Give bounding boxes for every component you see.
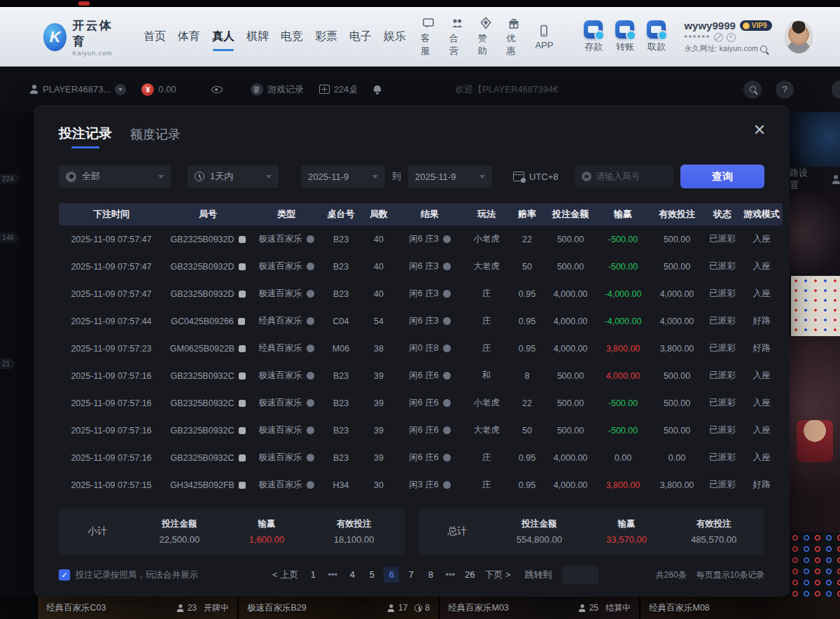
col-header: 输赢 [596, 203, 650, 225]
result-info-icon[interactable] [443, 426, 451, 434]
copy-icon[interactable] [239, 263, 246, 270]
result-info-icon[interactable] [443, 317, 451, 325]
nav-item[interactable]: 电竞 [279, 25, 304, 48]
result-info-icon[interactable] [443, 399, 451, 407]
info-icon[interactable] [307, 481, 314, 489]
page-number[interactable]: 6 [384, 567, 399, 583]
copy-icon[interactable] [239, 291, 246, 298]
result-info-icon[interactable] [443, 372, 451, 380]
info-icon[interactable] [307, 235, 314, 243]
player-menu[interactable]: PLAYER46873... [29, 84, 126, 95]
next-page-button[interactable]: 下页 > [482, 569, 513, 581]
jump-page-input[interactable] [562, 566, 598, 584]
nav-item[interactable]: 真人 [211, 25, 236, 48]
live-table-card[interactable]: 经典百家乐M08 [639, 597, 840, 619]
page-number[interactable]: 4 [344, 567, 360, 583]
page-number[interactable]: ••• [442, 567, 458, 583]
live-table-name: 极速百家乐B29 [247, 602, 307, 614]
bet-record-row[interactable]: 2025-11-09 07:57:16 GB2325B0932C 极速百家乐 B… [59, 389, 783, 417]
query-button[interactable]: 查询 [680, 165, 764, 188]
info-icon[interactable] [307, 290, 314, 298]
eye-slash-icon[interactable] [714, 33, 723, 42]
partners-link[interactable]: 合营 [449, 16, 465, 57]
prev-page-button[interactable]: < 上页 [270, 569, 301, 581]
sponsor-link[interactable]: 赞助 [478, 16, 493, 57]
info-icon[interactable] [307, 345, 314, 352]
result-info-icon[interactable] [443, 454, 451, 461]
info-icon[interactable] [307, 263, 314, 270]
nav-item[interactable]: 娱乐 [382, 25, 407, 48]
modal-tab[interactable]: 投注记录 [59, 125, 112, 148]
page-number[interactable]: 7 [403, 567, 419, 583]
copy-icon[interactable] [238, 318, 245, 325]
copy-icon[interactable] [239, 236, 246, 243]
nav-item[interactable]: 电子 [348, 25, 373, 48]
date-from-picker[interactable]: 2025-11-9 [301, 165, 385, 188]
category-select[interactable]: 全部 [59, 165, 171, 188]
balance-display[interactable]: ¥ 0.00 [141, 83, 176, 96]
nav-item[interactable]: 彩票 [314, 25, 339, 48]
info-icon[interactable] [307, 317, 314, 325]
result-info-icon[interactable] [443, 481, 451, 489]
result-info-icon[interactable] [443, 345, 451, 352]
copy-icon[interactable] [239, 373, 246, 380]
more-button[interactable] [832, 81, 840, 99]
bet-record-row[interactable]: 2025-11-09 07:57:47 GB2325B0932D 极速百家乐 B… [59, 225, 783, 253]
timezone-display[interactable]: UTC+8 [513, 172, 559, 182]
info-icon[interactable] [307, 426, 314, 434]
bet-record-row[interactable]: 2025-11-09 07:57:15 GH3425B092FB 极速百家乐 H… [59, 471, 783, 499]
close-icon[interactable]: ✕ [752, 123, 767, 139]
page-number[interactable]: 8 [423, 567, 438, 583]
bet-record-row[interactable]: 2025-11-09 07:57:16 GB2325B0932C 极速百家乐 B… [59, 362, 783, 389]
magnifier-icon[interactable] [760, 46, 767, 53]
round-search-input[interactable] [596, 172, 667, 181]
live-table-card[interactable]: 经典百家乐M03 25 结算中 [438, 597, 639, 619]
copy-icon[interactable] [239, 454, 246, 461]
game-type-cell: 极速百家乐 [252, 417, 321, 444]
nav-item[interactable]: 首页 [142, 25, 167, 48]
page-number[interactable]: ••• [325, 567, 340, 583]
info-icon[interactable] [307, 454, 314, 461]
bet-record-row[interactable]: 2025-11-09 07:57:47 GB2325B0932D 极速百家乐 B… [59, 253, 783, 280]
help-button[interactable]: ? [776, 81, 794, 99]
result-info-icon[interactable] [443, 290, 451, 298]
promo-link[interactable]: 优惠 [507, 16, 522, 57]
nav-item[interactable]: 棋牌 [245, 25, 270, 48]
page-number[interactable]: 26 [462, 567, 477, 583]
result-info-icon[interactable] [443, 263, 451, 270]
game-records-link[interactable]: 游戏记录 [251, 83, 304, 96]
info-icon[interactable] [307, 372, 314, 380]
transfer-button[interactable]: 转账 [615, 20, 634, 53]
nav-item[interactable]: 体育 [176, 25, 202, 48]
app-link[interactable]: APP [535, 24, 553, 50]
live-table-card[interactable]: 极速百家乐B29 17 8 [237, 597, 438, 619]
table-count[interactable]: 224桌 [319, 83, 358, 96]
copy-icon[interactable] [239, 345, 246, 352]
modal-tab[interactable]: 额度记录 [130, 126, 181, 148]
page-number[interactable]: 5 [364, 567, 379, 583]
deposit-button[interactable]: 存款 [584, 20, 603, 53]
search-button[interactable] [743, 81, 762, 99]
date-to-picker[interactable]: 2025-11-9 [408, 165, 492, 188]
bet-record-row[interactable]: 2025-11-09 07:57:23 GM0625B0922B 经典百家乐 M… [59, 335, 783, 362]
live-table-card[interactable]: 经典百家乐C03 23 开牌中 [36, 597, 237, 619]
bet-record-row[interactable]: 2025-11-09 07:57:44 GC0425B09266 经典百家乐 C… [59, 307, 783, 335]
range-select[interactable]: 1天内 [188, 165, 279, 188]
withdraw-button[interactable]: 取款 [647, 20, 666, 53]
copy-icon[interactable] [239, 482, 246, 489]
service-link[interactable]: 客服 [421, 16, 436, 57]
copy-icon[interactable] [239, 427, 246, 434]
merge-checkbox[interactable]: ✓ [59, 569, 70, 580]
result-info-icon[interactable] [443, 235, 451, 243]
bet-record-row[interactable]: 2025-11-09 07:57:47 GB2325B0932D 极速百家乐 B… [59, 280, 783, 307]
notifications[interactable] [373, 85, 382, 94]
bet-record-row[interactable]: 2025-11-09 07:57:16 GB2325B0932C 极速百家乐 B… [59, 444, 783, 471]
info-icon[interactable] [307, 399, 314, 407]
refresh-balance-icon[interactable] [727, 33, 736, 42]
bet-record-row[interactable]: 2025-11-09 07:57:16 GB2325B0932C 极速百家乐 B… [59, 417, 783, 444]
avatar[interactable] [785, 20, 813, 54]
page-number[interactable]: 1 [305, 567, 321, 583]
brand-logo[interactable]: K 开云体育 Kaiyun.com [43, 18, 117, 57]
eye-toggle[interactable] [211, 86, 223, 93]
copy-icon[interactable] [239, 400, 246, 407]
